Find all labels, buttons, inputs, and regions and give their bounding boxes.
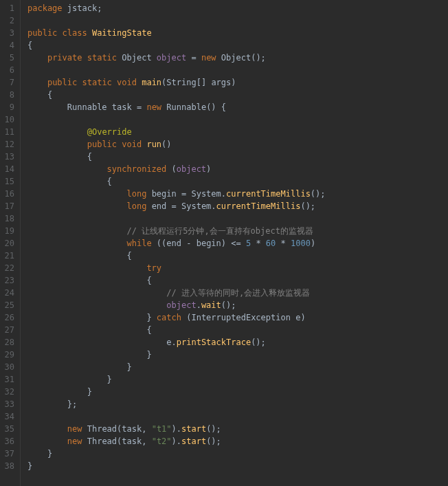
line-number: 7 [3,76,14,89]
code-line[interactable] [27,113,448,126]
line-number: 21 [3,250,14,262]
code-line[interactable]: public class WaitingState [27,27,448,39]
code-line[interactable]: } [27,373,448,386]
line-number: 24 [3,287,14,299]
line-number: 4 [3,39,14,52]
code-line[interactable] [27,212,448,225]
line-number: 19 [3,225,14,237]
line-number: 35 [3,423,14,435]
code-line[interactable]: } [27,448,448,460]
line-number: 14 [3,163,14,175]
code-editor-content[interactable]: package jstack; public class WaitingStat… [21,0,448,486]
code-line[interactable]: long begin = System.currentTimeMillis(); [27,188,448,200]
code-line[interactable]: // 让线程运行5分钟,会一直持有object的监视器 [27,225,448,237]
code-line[interactable]: } [27,386,448,398]
code-line[interactable]: try [27,262,448,274]
code-line[interactable] [27,64,448,76]
line-number: 34 [3,410,14,423]
line-number-gutter: 1234567891011121314151617181920212223242… [0,0,21,486]
code-line[interactable]: } [27,361,448,373]
line-number: 8 [3,89,14,101]
code-line[interactable]: { [27,39,448,52]
line-number: 23 [3,274,14,287]
line-number: 12 [3,138,14,151]
code-line[interactable]: public void run() [27,138,448,151]
line-number: 22 [3,262,14,274]
code-line[interactable] [27,410,448,423]
line-number: 1 [3,2,14,14]
line-number: 29 [3,349,14,361]
line-number: 38 [3,460,14,472]
code-line[interactable]: long end = System.currentTimeMillis(); [27,200,448,212]
code-line[interactable]: Runnable task = new Runnable() { [27,101,448,113]
line-number: 32 [3,386,14,398]
code-line[interactable]: new Thread(task, "t1").start(); [27,423,448,435]
code-line[interactable]: }; [27,398,448,410]
code-line[interactable]: private static Object object = new Objec… [27,52,448,64]
code-line[interactable]: object.wait(); [27,299,448,311]
code-line[interactable]: } catch (InterruptedException e) [27,311,448,324]
line-number: 15 [3,175,14,188]
line-number: 27 [3,324,14,336]
code-line[interactable]: { [27,274,448,287]
code-line[interactable]: public static void main(String[] args) [27,76,448,89]
code-line[interactable]: { [27,151,448,163]
line-number: 25 [3,299,14,311]
code-line[interactable]: { [27,324,448,336]
code-line[interactable]: { [27,175,448,188]
code-line[interactable] [27,14,448,27]
code-line[interactable]: @Override [27,126,448,138]
line-number: 37 [3,448,14,460]
line-number: 30 [3,361,14,373]
code-line[interactable]: e.printStackTrace(); [27,336,448,349]
line-number: 5 [3,52,14,64]
line-number: 26 [3,311,14,324]
code-line[interactable]: } [27,349,448,361]
line-number: 16 [3,188,14,200]
line-number: 2 [3,14,14,27]
code-line[interactable]: new Thread(task, "t2").start(); [27,435,448,448]
line-number: 20 [3,237,14,250]
line-number: 31 [3,373,14,386]
line-number: 33 [3,398,14,410]
code-line[interactable]: package jstack; [27,2,448,14]
line-number: 28 [3,336,14,349]
code-line[interactable]: // 进入等待的同时,会进入释放监视器 [27,287,448,299]
code-line[interactable]: while ((end - begin) <= 5 * 60 * 1000) [27,237,448,250]
code-line[interactable]: } [27,460,448,472]
line-number: 10 [3,113,14,126]
line-number: 17 [3,200,14,212]
code-line[interactable]: { [27,250,448,262]
line-number: 18 [3,212,14,225]
line-number: 36 [3,435,14,448]
line-number: 11 [3,126,14,138]
line-number: 9 [3,101,14,113]
code-line[interactable]: { [27,89,448,101]
line-number: 13 [3,151,14,163]
line-number: 6 [3,64,14,76]
line-number: 3 [3,27,14,39]
code-line[interactable]: synchronized (object) [27,163,448,175]
